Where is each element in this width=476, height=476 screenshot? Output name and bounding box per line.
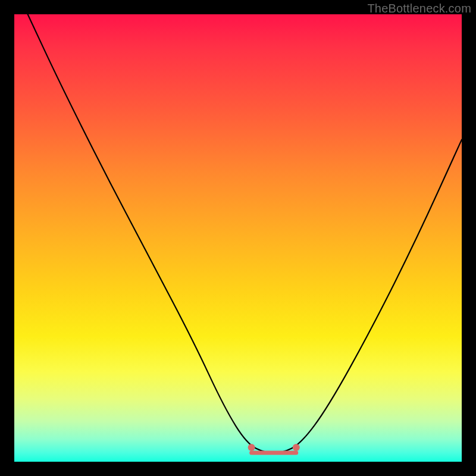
watermark-text: TheBottleneck.com [367,2,471,15]
optimal-left-marker [248,444,255,451]
plot-area [14,14,462,462]
curve-svg [14,14,462,462]
chart-frame: TheBottleneck.com [0,0,476,476]
optimal-right-marker [293,444,300,451]
bottleneck-curve-path [28,14,462,453]
